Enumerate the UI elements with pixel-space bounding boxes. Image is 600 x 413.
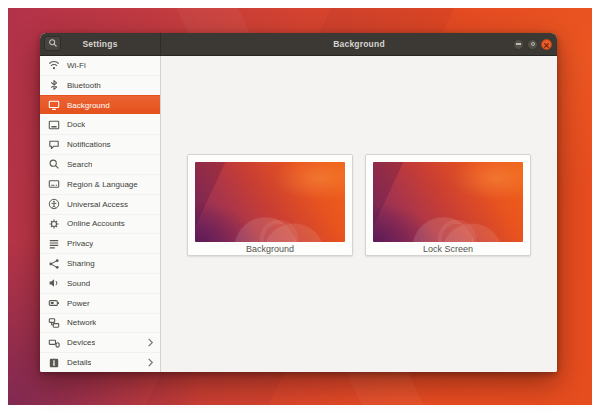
dock-icon [48, 119, 60, 131]
sidebar-item-notifications[interactable]: Notifications [40, 134, 160, 154]
sidebar-item-label: Devices [67, 338, 95, 347]
window-body: Wi-Fi Bluetooth [40, 56, 557, 372]
chevron-right-icon [147, 358, 154, 367]
online-accounts-icon [48, 218, 60, 230]
close-button[interactable] [541, 39, 552, 50]
universal-access-icon [48, 198, 60, 210]
sidebar-item-sharing[interactable]: Sharing [40, 253, 160, 273]
desktop-wallpaper: Settings Background [8, 8, 592, 405]
sidebar-item-region-language[interactable]: Region & Language [40, 174, 160, 194]
background-wallpaper-thumbnail [195, 162, 345, 242]
minimize-button[interactable] [513, 39, 524, 50]
sidebar-item-label: Notifications [67, 140, 111, 149]
sidebar-item-background[interactable]: Background [40, 95, 160, 115]
window-title: Background [333, 39, 385, 49]
sidebar-item-label: Bluetooth [67, 81, 101, 90]
sidebar-title: Settings [82, 39, 117, 49]
preview-label: Background [195, 242, 345, 255]
sidebar-item-privacy[interactable]: Privacy [40, 233, 160, 253]
window-controls [513, 33, 552, 55]
search-icon [48, 158, 60, 170]
maximize-icon [531, 42, 535, 46]
background-preview-card[interactable]: Background [187, 154, 353, 256]
sidebar-item-label: Sharing [67, 259, 95, 268]
sidebar-item-dock[interactable]: Dock [40, 114, 160, 134]
sidebar-item-label: Region & Language [67, 180, 138, 189]
sidebar-item-label: Background [67, 101, 110, 110]
sidebar-item-universal-access[interactable]: Universal Access [40, 194, 160, 214]
sidebar-item-label: Sound [67, 279, 90, 288]
sidebar-item-label: Universal Access [67, 200, 128, 209]
lock-screen-preview-card[interactable]: Lock Screen [365, 154, 531, 256]
display-icon [48, 99, 60, 111]
sidebar-item-label: Online Accounts [67, 219, 125, 228]
titlebar[interactable]: Settings Background [40, 33, 557, 56]
region-language-icon [48, 178, 60, 190]
sidebar-item-label: Wi-Fi [67, 61, 86, 70]
sidebar-item-label: Power [67, 299, 90, 308]
minimize-icon [516, 43, 521, 45]
search-button[interactable] [44, 36, 61, 51]
window-header[interactable]: Background [161, 33, 557, 55]
bluetooth-icon [48, 79, 60, 91]
sidebar: Wi-Fi Bluetooth [40, 56, 161, 372]
sidebar-item-label: Network [67, 318, 96, 327]
screenshot-frame: Settings Background [0, 0, 600, 413]
privacy-icon [48, 238, 60, 250]
sidebar-header[interactable]: Settings [40, 33, 161, 55]
sidebar-item-search[interactable]: Search [40, 154, 160, 174]
power-icon [48, 297, 60, 309]
background-panel: Background Lock Screen [161, 56, 557, 372]
sidebar-item-label: Dock [67, 120, 85, 129]
sidebar-item-label: Search [67, 160, 92, 169]
details-icon [48, 357, 60, 369]
sidebar-item-online-accounts[interactable]: Online Accounts [40, 214, 160, 234]
preview-cards: Background Lock Screen [187, 154, 531, 256]
sidebar-item-wifi[interactable]: Wi-Fi [40, 56, 160, 75]
close-icon [543, 37, 550, 52]
sidebar-item-sound[interactable]: Sound [40, 273, 160, 293]
network-icon [48, 317, 60, 329]
sound-icon [48, 277, 60, 289]
settings-window: Settings Background [40, 33, 557, 372]
preview-label: Lock Screen [373, 242, 523, 255]
notifications-icon [48, 139, 60, 151]
sidebar-item-label: Privacy [67, 239, 93, 248]
sidebar-item-network[interactable]: Network [40, 313, 160, 333]
chevron-right-icon [147, 338, 154, 347]
sidebar-item-details[interactable]: Details [40, 352, 160, 372]
sidebar-item-bluetooth[interactable]: Bluetooth [40, 75, 160, 95]
sidebar-item-power[interactable]: Power [40, 293, 160, 313]
search-icon [48, 36, 58, 51]
sharing-icon [48, 258, 60, 270]
wifi-icon [48, 59, 60, 71]
devices-icon [48, 337, 60, 349]
sidebar-item-devices[interactable]: Devices [40, 332, 160, 352]
maximize-button[interactable] [527, 39, 538, 50]
sidebar-item-label: Details [67, 358, 91, 367]
lock-screen-wallpaper-thumbnail [373, 162, 523, 242]
